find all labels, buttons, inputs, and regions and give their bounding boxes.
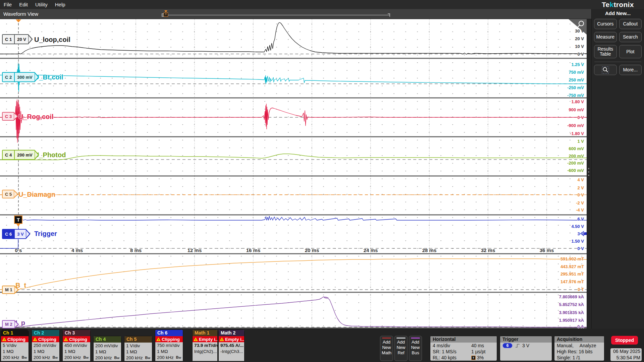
horizontal-col1: SR: 1 MS/s [433,349,471,354]
waveform-canvas [0,19,587,328]
tile-row-text: 200 kHz [64,355,81,360]
badge-section: C 4 [3,150,14,159]
channel-badge-ch6[interactable]: C 63 V [2,229,31,239]
trigger-position-flag[interactable]: T [164,12,168,17]
channel-tile-ch2[interactable]: Ch 2!Clipping250 mV/div1 MΩ200 kHzBW [32,329,60,361]
menu-help[interactable]: Help [51,0,69,9]
badge-box: C 3 [2,112,14,121]
tile-header: Ch 3 [63,330,90,336]
scale-label-ch3-4: -1.80 V [570,131,584,136]
channel-tile-math2[interactable]: Math 2!Empty i...975.45 A/...-Intg(Ch3..… [218,329,245,361]
more-button[interactable]: More... [619,65,642,75]
channel-tile-math1[interactable]: Math 1!Empty i...73.9 mT/divIntg(Ch2)... [192,329,218,361]
channel-badge-ch4[interactable]: C 4200 mV [2,150,39,160]
channel-tile-ch3[interactable]: Ch 3!Clipping450 mV/div1 MΩ200 kHzBW [62,329,91,361]
sidebar-button-grid: CursorsCalloutMeasureSearchResults Table… [594,19,642,58]
menu-edit[interactable]: Edit [15,0,32,9]
tile-header: Ch 4 [94,336,121,343]
badge-tip [26,229,31,239]
logo-text: Te [602,1,610,8]
waveform-graticule[interactable]: 30 V20 V10 V0 VC 120 VU_loop,coil1.25 V7… [0,19,587,328]
warning-icon: ! [194,338,198,341]
tile-row-text: 975.45 A/... [220,343,244,348]
time-text: 5:30:54 PM [612,355,640,361]
sidebar-button-callout[interactable]: Callout [619,19,642,29]
trigger-position-triangle[interactable] [16,19,21,22]
channel-label-ch5[interactable]: U_Diamagn [18,191,55,198]
tile-header: Ch 2 [32,330,59,336]
trigger-panel[interactable]: Trigger 6 3 V [500,336,552,361]
time-label-9: 36 ms [540,247,554,253]
tile-row-text: 1 MΩ [34,349,45,354]
menu-utility[interactable]: Utility [32,0,51,9]
scale-label-ch2-1: 750 mV [569,70,584,75]
button-word: Add [395,340,407,345]
channel-badge-ch3[interactable]: C 3 [2,112,18,121]
horizontal-position-indicator[interactable]: T [162,13,390,17]
channel-badge-ch1[interactable]: C 120 V [2,34,33,44]
scale-label-ch6-0: 6 V [577,217,584,222]
scale-label-m2-1: 5.852752 kA [559,302,584,307]
acquisition-panel[interactable]: Acquisition Manual,Analyze High Res: 16 … [554,336,604,361]
splitter-handle[interactable] [588,166,590,178]
sidebar-button-search[interactable]: Search [619,32,642,42]
tile-row: 1 MΩ [63,348,90,354]
warning-icon: ! [64,338,68,341]
tile-row-text: 200 kHz [3,355,19,360]
tile-row: 975.45 A/... [219,342,244,348]
tile-warning: !Empty i... [193,336,217,342]
logo-text-2: tronix [614,1,634,8]
zoom-mode-button[interactable] [594,65,617,75]
waveform-view-title: Waveform View [3,11,38,17]
tile-row: 1 MΩ [32,348,59,354]
channel-tile-ch4[interactable]: Ch 4200 mV/div1 MΩ200 kHzBW [93,336,121,361]
horizontal-col2: 3% [477,355,484,360]
channel-badge-ch2[interactable]: C 2300 mV [2,72,39,82]
bandwidth-limit-icon: BW [21,355,27,359]
sidebar-button-plot[interactable]: Plot [619,45,642,58]
add-new-bus-button[interactable]: AddNewBus [409,336,422,361]
channel-label-ch6[interactable]: Trigger [34,230,57,238]
sidebar-button-cursors[interactable]: Cursors [594,19,617,29]
horizontal-panel[interactable]: Horizontal 4 ms/div40 msSR: 1 MS/s1 µs/p… [430,336,497,361]
tile-row-text: 1 MΩ [3,349,14,354]
channel-tile-ch1[interactable]: Ch 1!Clipping5 V/div1 MΩ200 kHzBW [1,329,29,361]
trigger-source-badge-graticule[interactable]: T [14,216,22,227]
time-label-8: 32 ms [481,247,495,253]
badge-section: C 2 [3,73,14,81]
add-new-ref-button[interactable]: AddNewRef [394,336,408,361]
channel-tile-ch6[interactable]: Ch 6!Clipping750 mV/div1 MΩ200 kHzBW [155,329,183,361]
tile-header: Ch 5 [124,336,152,343]
channel-badge-m2[interactable]: M 2 [2,320,19,328]
time-label-3: 12 ms [187,247,202,253]
badge-section: 20 V [14,35,29,44]
tile-header: Ch 6 [155,330,183,336]
scale-label-ch5-1: 2 V [577,185,584,190]
scale-label-ch3-3: -900 mV [567,123,584,128]
scale-label-ch5-2: 0 V [577,192,584,197]
tile-header: Math 2 [219,330,244,336]
run-stop-status[interactable]: Stopped [611,336,638,345]
menu-file[interactable]: File [0,0,15,9]
horizontal-col2: 1 µs/pt [471,349,485,354]
channel-badge-ch5[interactable]: C 5 [2,190,18,198]
scale-label-ch2-4: -750 mV [567,93,584,98]
sidebar-button-measure[interactable]: Measure [594,32,617,42]
channel-label-ch1[interactable]: U_loop,coil [34,36,70,44]
channel-badge-m1[interactable]: M 1 [2,286,19,294]
channel-label-ch3[interactable]: U_Rog,coil [18,113,53,121]
scale-label-ch1-1: 20 V [575,36,584,41]
badge-section: C 3 [3,113,14,120]
datetime-display: 06 May 2025 5:30:54 PM [610,348,642,361]
scale-label-ch2-0: 1.25 V [571,62,584,67]
badge-tip [14,112,18,121]
acq-single: Single: 1 /1 [554,355,604,361]
time-label-2: 8 ms [130,247,142,253]
add-new-math-button[interactable]: AddNewMath [380,336,393,361]
trigger-t-pointer [16,224,20,227]
channel-tile-ch5[interactable]: Ch 51 V/div1 MΩ200 kHzBW [124,336,152,361]
rising-edge-icon [515,344,520,348]
sidebar-button-results-table[interactable]: Results Table [594,45,617,58]
tile-row: 1 MΩ [124,349,152,355]
badge-box: C 4200 mV [2,150,35,160]
